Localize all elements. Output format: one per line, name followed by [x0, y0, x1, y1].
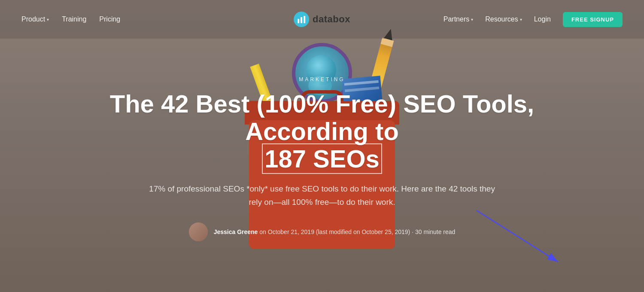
free-signup-button[interactable]: FREE SIGNUP	[563, 12, 623, 27]
nav-left: Product ▾ Training Pricing	[21, 15, 120, 23]
chevron-down-icon: ▾	[471, 17, 473, 22]
nav-partners-link[interactable]: Partners ▾	[444, 15, 473, 23]
chevron-down-icon: ▾	[520, 17, 522, 22]
nav-training-link[interactable]: Training	[62, 15, 86, 23]
article-subtitle: 17% of professional SEOs *only* use free…	[146, 182, 498, 209]
site-logo[interactable]: databox	[294, 12, 350, 27]
author-avatar	[189, 222, 208, 241]
nav-login-link[interactable]: Login	[534, 15, 551, 23]
nav-product-link[interactable]: Product ▾	[21, 15, 49, 23]
nav-right: Partners ▾ Resources ▾ Login FREE SIGNUP	[444, 12, 623, 27]
logo-text: databox	[313, 14, 350, 25]
avatar-image	[189, 222, 208, 241]
article-title: The 42 Best (100% Free) SEO Tools, Accor…	[86, 90, 558, 172]
svg-rect-1	[301, 17, 302, 23]
title-highlight: 187 SEOs	[264, 145, 380, 173]
nav-resources-link[interactable]: Resources ▾	[485, 15, 522, 23]
author-metadata: Jessica Greene on October 21, 2019 (last…	[214, 228, 456, 235]
svg-rect-0	[298, 19, 299, 23]
author-date-read: on October 21, 2019 (last modified on Oc…	[259, 228, 455, 235]
author-name: Jessica Greene	[214, 228, 258, 235]
author-info: Jessica Greene on October 21, 2019 (last…	[189, 222, 456, 241]
nav-pricing-link[interactable]: Pricing	[99, 15, 120, 23]
main-navigation: Product ▾ Training Pricing databox Partn…	[0, 0, 644, 39]
chevron-down-icon: ▾	[47, 17, 49, 22]
svg-line-4	[477, 210, 558, 262]
annotation-arrow	[472, 206, 567, 266]
logo-icon	[294, 12, 309, 27]
svg-rect-2	[304, 16, 305, 23]
article-category: MARKETING	[299, 76, 345, 82]
